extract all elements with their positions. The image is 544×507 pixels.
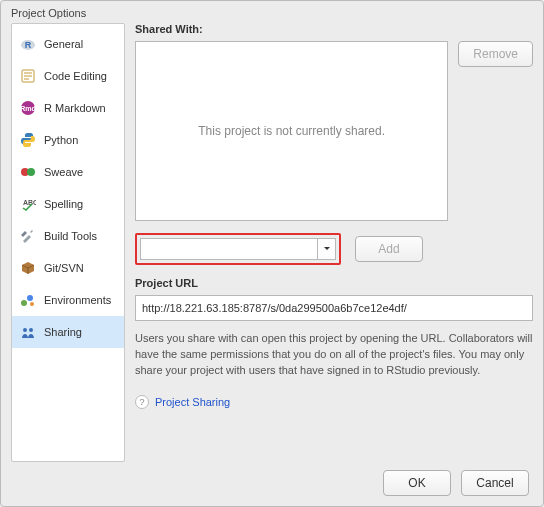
sidebar-item-general[interactable]: R General: [12, 28, 124, 60]
environments-icon: [20, 292, 36, 308]
shared-empty-text: This project is not currently shared.: [198, 124, 385, 138]
user-combobox[interactable]: [140, 238, 336, 260]
sidebar-item-label: Spelling: [44, 198, 83, 210]
sidebar-item-rmarkdown[interactable]: Rmd R Markdown: [12, 92, 124, 124]
rmarkdown-icon: Rmd: [20, 100, 36, 116]
sidebar-item-sweave[interactable]: Sweave: [12, 156, 124, 188]
add-button[interactable]: Add: [355, 236, 423, 262]
highlight-box: [135, 233, 341, 265]
sidebar-item-sharing[interactable]: Sharing: [12, 316, 124, 348]
project-sharing-help-link[interactable]: ? Project Sharing: [135, 395, 533, 409]
shared-row: This project is not currently shared. Re…: [135, 41, 533, 221]
project-options-window: Project Options R General Code Editing R…: [0, 0, 544, 507]
dialog-footer: OK Cancel: [383, 470, 529, 496]
sidebar-item-label: Python: [44, 134, 78, 146]
sweave-icon: [20, 164, 36, 180]
content-area: R General Code Editing Rmd R Markdown: [1, 23, 543, 472]
svg-point-9: [27, 295, 33, 301]
sidebar: R General Code Editing Rmd R Markdown: [11, 23, 125, 462]
sidebar-item-code-editing[interactable]: Code Editing: [12, 60, 124, 92]
ok-button[interactable]: OK: [383, 470, 451, 496]
sidebar-item-label: Sharing: [44, 326, 82, 338]
svg-point-8: [21, 300, 27, 306]
sidebar-item-label: Environments: [44, 294, 111, 306]
spelling-icon: ABC: [20, 196, 36, 212]
code-icon: [20, 68, 36, 84]
sidebar-item-label: Code Editing: [44, 70, 107, 82]
window-title: Project Options: [1, 1, 543, 23]
r-icon: R: [20, 36, 36, 52]
sidebar-item-spelling[interactable]: ABC Spelling: [12, 188, 124, 220]
user-combobox-input[interactable]: [141, 239, 317, 259]
package-icon: [20, 260, 36, 276]
sidebar-item-git-svn[interactable]: Git/SVN: [12, 252, 124, 284]
svg-point-12: [29, 328, 33, 332]
svg-text:ABC: ABC: [23, 199, 36, 206]
help-text: Users you share with can open this proje…: [135, 331, 533, 379]
project-url-field[interactable]: [135, 295, 533, 321]
help-link-label: Project Sharing: [155, 396, 230, 408]
remove-button[interactable]: Remove: [458, 41, 533, 67]
python-icon: [20, 132, 36, 148]
svg-text:R: R: [25, 40, 32, 50]
sidebar-item-label: Sweave: [44, 166, 83, 178]
sidebar-item-label: Build Tools: [44, 230, 97, 242]
shared-with-list[interactable]: This project is not currently shared.: [135, 41, 448, 221]
main-panel: Shared With: This project is not current…: [135, 23, 533, 462]
cancel-button[interactable]: Cancel: [461, 470, 529, 496]
svg-point-10: [30, 302, 34, 306]
tools-icon: [20, 228, 36, 244]
svg-text:Rmd: Rmd: [20, 105, 36, 112]
shared-with-label: Shared With:: [135, 23, 533, 35]
sharing-icon: [20, 324, 36, 340]
sidebar-item-python[interactable]: Python: [12, 124, 124, 156]
help-icon: ?: [135, 395, 149, 409]
sidebar-item-environments[interactable]: Environments: [12, 284, 124, 316]
svg-point-11: [23, 328, 27, 332]
add-user-row: Add: [135, 233, 533, 265]
project-url-label: Project URL: [135, 277, 533, 289]
sidebar-item-build-tools[interactable]: Build Tools: [12, 220, 124, 252]
sidebar-item-label: General: [44, 38, 83, 50]
sidebar-item-label: Git/SVN: [44, 262, 84, 274]
chevron-down-icon: [323, 243, 331, 255]
sidebar-item-label: R Markdown: [44, 102, 106, 114]
svg-point-6: [27, 168, 35, 176]
combobox-dropdown-button[interactable]: [317, 239, 335, 259]
